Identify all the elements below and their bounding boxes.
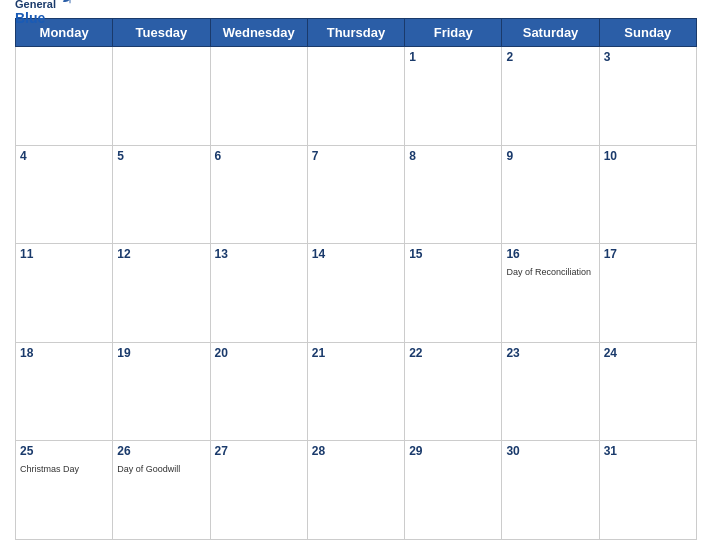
calendar-cell-3-6: 16Day of Reconciliation bbox=[502, 244, 599, 343]
day-number: 9 bbox=[506, 149, 594, 163]
day-number: 12 bbox=[117, 247, 205, 261]
day-number: 5 bbox=[117, 149, 205, 163]
calendar-cell-1-3 bbox=[210, 47, 307, 146]
calendar-week-3: 111213141516Day of Reconciliation17 bbox=[16, 244, 697, 343]
logo-general: General bbox=[15, 0, 79, 10]
day-number: 16 bbox=[506, 247, 594, 261]
weekday-header-tuesday: Tuesday bbox=[113, 19, 210, 47]
calendar-cell-4-6: 23 bbox=[502, 342, 599, 441]
day-number: 22 bbox=[409, 346, 497, 360]
day-number: 3 bbox=[604, 50, 692, 64]
calendar-cell-2-2: 5 bbox=[113, 145, 210, 244]
day-number: 6 bbox=[215, 149, 303, 163]
day-number: 11 bbox=[20, 247, 108, 261]
day-number: 15 bbox=[409, 247, 497, 261]
day-number: 13 bbox=[215, 247, 303, 261]
calendar-week-4: 18192021222324 bbox=[16, 342, 697, 441]
day-number: 8 bbox=[409, 149, 497, 163]
logo: General Blue bbox=[15, 0, 79, 26]
day-number: 21 bbox=[312, 346, 400, 360]
day-number: 2 bbox=[506, 50, 594, 64]
calendar-cell-5-4: 28 bbox=[307, 441, 404, 540]
calendar-cell-1-2 bbox=[113, 47, 210, 146]
weekday-header-thursday: Thursday bbox=[307, 19, 404, 47]
day-number: 25 bbox=[20, 444, 108, 458]
day-number: 27 bbox=[215, 444, 303, 458]
calendar-cell-3-1: 11 bbox=[16, 244, 113, 343]
day-number: 19 bbox=[117, 346, 205, 360]
calendar-cell-1-4 bbox=[307, 47, 404, 146]
calendar-cell-1-5: 1 bbox=[405, 47, 502, 146]
day-number: 23 bbox=[506, 346, 594, 360]
day-number: 24 bbox=[604, 346, 692, 360]
calendar-week-1: 123 bbox=[16, 47, 697, 146]
day-number: 4 bbox=[20, 149, 108, 163]
calendar-cell-1-6: 2 bbox=[502, 47, 599, 146]
calendar-cell-3-2: 12 bbox=[113, 244, 210, 343]
day-number: 30 bbox=[506, 444, 594, 458]
calendar-cell-1-7: 3 bbox=[599, 47, 696, 146]
day-number: 7 bbox=[312, 149, 400, 163]
calendar-table: MondayTuesdayWednesdayThursdayFridaySatu… bbox=[15, 18, 697, 540]
calendar-cell-4-1: 18 bbox=[16, 342, 113, 441]
calendar-cell-5-6: 30 bbox=[502, 441, 599, 540]
day-number: 1 bbox=[409, 50, 497, 64]
day-number: 28 bbox=[312, 444, 400, 458]
weekday-header-friday: Friday bbox=[405, 19, 502, 47]
calendar-cell-2-1: 4 bbox=[16, 145, 113, 244]
day-number: 26 bbox=[117, 444, 205, 458]
calendar-cell-4-7: 24 bbox=[599, 342, 696, 441]
day-number: 17 bbox=[604, 247, 692, 261]
calendar-cell-5-7: 31 bbox=[599, 441, 696, 540]
logo-blue-text: Blue bbox=[15, 10, 45, 26]
calendar-cell-2-5: 8 bbox=[405, 145, 502, 244]
day-number: 31 bbox=[604, 444, 692, 458]
weekday-header-row: MondayTuesdayWednesdayThursdayFridaySatu… bbox=[16, 19, 697, 47]
calendar-cell-5-3: 27 bbox=[210, 441, 307, 540]
calendar-cell-3-4: 14 bbox=[307, 244, 404, 343]
day-number: 10 bbox=[604, 149, 692, 163]
calendar-cell-4-3: 20 bbox=[210, 342, 307, 441]
holiday-label: Day of Goodwill bbox=[117, 464, 180, 474]
day-number: 20 bbox=[215, 346, 303, 360]
calendar-cell-3-5: 15 bbox=[405, 244, 502, 343]
day-number: 29 bbox=[409, 444, 497, 458]
calendar-cell-5-2: 26Day of Goodwill bbox=[113, 441, 210, 540]
calendar-cell-2-4: 7 bbox=[307, 145, 404, 244]
holiday-label: Christmas Day bbox=[20, 464, 79, 474]
calendar-cell-4-4: 21 bbox=[307, 342, 404, 441]
holiday-label: Day of Reconciliation bbox=[506, 267, 591, 277]
calendar-cell-2-7: 10 bbox=[599, 145, 696, 244]
calendar-cell-3-3: 13 bbox=[210, 244, 307, 343]
calendar-cell-1-1 bbox=[16, 47, 113, 146]
calendar-cell-4-5: 22 bbox=[405, 342, 502, 441]
weekday-header-saturday: Saturday bbox=[502, 19, 599, 47]
day-number: 18 bbox=[20, 346, 108, 360]
calendar-week-5: 25Christmas Day26Day of Goodwill27282930… bbox=[16, 441, 697, 540]
calendar-cell-2-3: 6 bbox=[210, 145, 307, 244]
calendar-cell-5-5: 29 bbox=[405, 441, 502, 540]
calendar-cell-5-1: 25Christmas Day bbox=[16, 441, 113, 540]
weekday-header-wednesday: Wednesday bbox=[210, 19, 307, 47]
calendar-cell-3-7: 17 bbox=[599, 244, 696, 343]
weekday-header-sunday: Sunday bbox=[599, 19, 696, 47]
calendar-cell-4-2: 19 bbox=[113, 342, 210, 441]
logo-bird-icon bbox=[61, 0, 79, 8]
day-number: 14 bbox=[312, 247, 400, 261]
calendar-cell-2-6: 9 bbox=[502, 145, 599, 244]
calendar-week-2: 45678910 bbox=[16, 145, 697, 244]
